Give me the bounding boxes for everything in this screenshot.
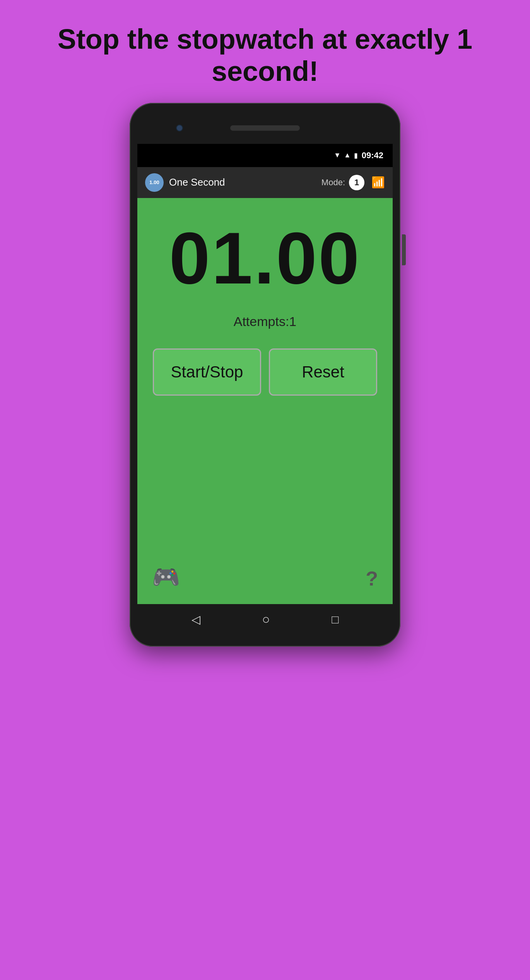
mode-badge[interactable]: 1	[349, 175, 364, 190]
app-title: One Second	[169, 176, 321, 188]
nav-recent-button[interactable]: □	[332, 613, 339, 626]
stopwatch-display: 01.00	[169, 221, 361, 295]
wifi-status-icon: ▼	[334, 151, 341, 159]
phone-top-hardware	[137, 114, 393, 142]
app-bar: 1.00 One Second Mode: 1 📶	[137, 167, 393, 198]
status-bar: ▼ ▲ ▮ 09:42	[137, 144, 393, 167]
side-button	[402, 234, 406, 265]
app-icon: 1.00	[145, 173, 164, 192]
status-time: 09:42	[362, 150, 383, 160]
front-camera	[176, 125, 183, 131]
mode-value: 1	[354, 178, 359, 188]
signal-icon: ▲	[344, 151, 351, 159]
start-stop-button[interactable]: Start/Stop	[153, 348, 261, 396]
control-buttons: Start/Stop Reset	[145, 348, 385, 396]
wifi-app-icon: 📶	[371, 176, 385, 189]
mode-label: Mode:	[321, 178, 345, 188]
status-icons: ▼ ▲ ▮	[334, 151, 358, 160]
attempts-counter: Attempts:1	[234, 314, 297, 329]
app-bottom-bar: 🎮 ?	[145, 564, 385, 596]
battery-icon: ▮	[354, 151, 358, 160]
headline: Stop the stopwatch at exactly 1 second!	[0, 23, 530, 87]
app-content: 01.00 Attempts:1 Start/Stop Reset 🎮 ?	[137, 198, 393, 604]
speaker-grille	[230, 125, 300, 131]
nav-back-button[interactable]: ◁	[191, 613, 200, 626]
reset-button[interactable]: Reset	[269, 348, 377, 396]
gamepad-icon[interactable]: 🎮	[152, 564, 180, 590]
phone-shell: ▼ ▲ ▮ 09:42 1.00 One Second Mode: 1 📶 01…	[130, 103, 400, 647]
nav-home-button[interactable]: ○	[262, 612, 270, 627]
app-icon-text: 1.00	[149, 180, 159, 185]
phone-nav-bar: ◁ ○ □	[137, 604, 393, 635]
help-icon[interactable]: ?	[366, 567, 378, 590]
